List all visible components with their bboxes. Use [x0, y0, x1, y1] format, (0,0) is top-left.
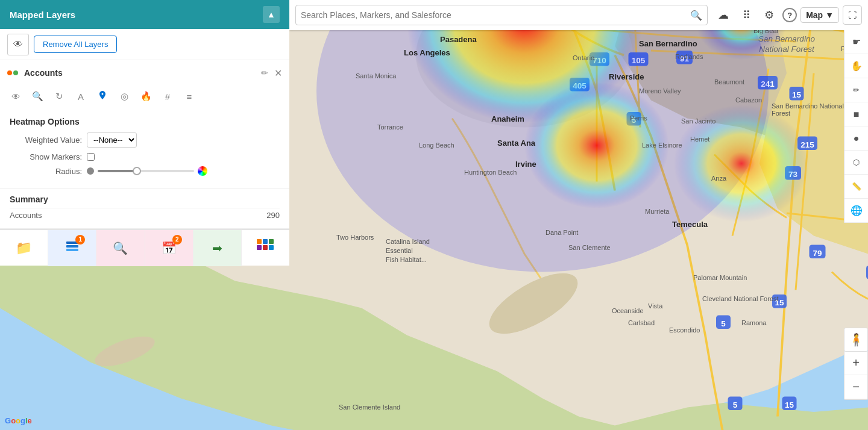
settings-icon[interactable]: ⚙: [760, 5, 779, 25]
map-selector-label: Map: [806, 10, 823, 20]
search-bottom-icon: 🔍: [113, 241, 128, 255]
svg-point-65: [674, 105, 810, 222]
viz-hash-icon[interactable]: #: [159, 88, 176, 105]
viz-list-icon[interactable]: ≡: [181, 88, 198, 105]
hide-layers-button[interactable]: 👁: [7, 34, 29, 55]
radius-row: Radius:: [10, 166, 280, 176]
circle-tool[interactable]: ●: [844, 126, 869, 151]
top-bar: 🔍 ☁ ⠿ ⚙ ? Map ▼ ⛶: [289, 0, 868, 30]
google-logo: Google: [5, 416, 32, 425]
draw-tool[interactable]: ✏: [844, 78, 869, 102]
accounts-layer-icon: [7, 66, 20, 79]
summary-accounts-value: 290: [266, 211, 280, 220]
weighted-value-row: Weighted Value: --None--: [10, 132, 280, 148]
viz-target-icon[interactable]: ◎: [116, 88, 133, 105]
summary-accounts-label: Accounts: [10, 211, 42, 220]
close-layer-button[interactable]: ✕: [274, 67, 282, 79]
pegman-icon[interactable]: 🧍: [844, 328, 868, 352]
zoom-in-button[interactable]: +: [844, 351, 868, 375]
viz-pin-icon[interactable]: [94, 88, 111, 105]
cursor-tool[interactable]: ☛: [844, 30, 869, 54]
summary-title: Summary: [10, 195, 280, 204]
layer-name: Accounts: [24, 68, 257, 78]
summary-row: Accounts 290: [10, 208, 280, 222]
left-panel: Mapped Layers ▲ 👁 Remove All Layers Acco…: [0, 0, 289, 266]
viz-search-icon[interactable]: 🔍: [29, 88, 46, 105]
search-container: 🔍: [295, 5, 708, 25]
radius-slider-container: [87, 166, 207, 176]
heatmap-options-title: Heatmap Options: [10, 117, 280, 126]
layer-viz-icons: 👁 🔍 ↻ A ◎ 🔥 # ≡: [0, 86, 289, 110]
dots-icon[interactable]: ⠿: [737, 5, 756, 25]
zoom-out-button[interactable]: −: [844, 375, 868, 399]
folder-tool[interactable]: 📁: [0, 230, 48, 266]
svg-point-64: [524, 83, 669, 209]
edit-layer-button[interactable]: ✏: [261, 68, 268, 78]
mapped-layers-header: Mapped Layers ▲: [0, 0, 289, 29]
viz-refresh-icon[interactable]: ↻: [51, 88, 68, 105]
layer-controls-bar: 👁 Remove All Layers: [0, 29, 289, 60]
radius-slider[interactable]: [98, 170, 194, 172]
hand-tool[interactable]: ✋: [844, 54, 869, 78]
remove-all-layers-button[interactable]: Remove All Layers: [34, 36, 117, 53]
viz-text-icon[interactable]: A: [72, 88, 89, 105]
svg-rect-76: [263, 245, 268, 250]
svg-text:79: 79: [813, 249, 822, 258]
svg-rect-77: [269, 245, 274, 250]
svg-text:15: 15: [775, 298, 784, 307]
svg-rect-72: [257, 239, 262, 244]
svg-text:15: 15: [785, 400, 794, 410]
right-toolbar: ☛ ✋ ✏ ■ ● ⬡ 📏 🌐: [844, 30, 868, 223]
eye-icon: 👁: [13, 39, 23, 50]
measure-tool[interactable]: 📏: [844, 175, 869, 199]
show-markers-checkbox[interactable]: [87, 153, 95, 161]
route-tool[interactable]: ➡: [193, 230, 242, 266]
fullscreen-button[interactable]: ⛶: [843, 5, 862, 25]
bottom-toolbar: 📁 1 🔍 📅 2 ➡: [0, 229, 289, 266]
svg-rect-73: [263, 239, 268, 244]
svg-rect-74: [269, 239, 274, 244]
calendar-badge: 2: [172, 235, 182, 245]
collapse-button[interactable]: ▲: [263, 6, 280, 23]
radius-label: Radius:: [10, 167, 82, 176]
svg-text:5: 5: [733, 400, 738, 410]
search-icon[interactable]: 🔍: [690, 10, 702, 21]
zoom-controls: + −: [844, 351, 868, 400]
viz-eye-icon[interactable]: 👁: [7, 88, 24, 105]
summary-section: Summary Accounts 290: [0, 189, 289, 229]
svg-text:5: 5: [721, 319, 726, 328]
shape-tool[interactable]: ■: [844, 102, 869, 126]
mapped-layers-title: Mapped Layers: [10, 10, 75, 20]
viz-fire-icon[interactable]: 🔥: [137, 88, 154, 105]
map-selector-chevron: ▼: [825, 10, 834, 20]
show-markers-row: Show Markers:: [10, 152, 280, 161]
folder-icon: 📁: [16, 240, 32, 256]
weighted-value-select[interactable]: --None--: [87, 132, 137, 148]
globe-tool[interactable]: 🌐: [844, 199, 869, 223]
cloud-icon[interactable]: ☁: [714, 5, 733, 25]
help-icon[interactable]: ?: [782, 8, 797, 22]
polygon-tool[interactable]: ⬡: [844, 151, 869, 175]
layer-item: Accounts ✏ ✕ 👁 🔍 ↻ A ◎ 🔥 # ≡ Heatmap Opt…: [0, 60, 289, 229]
layers-tool[interactable]: 1: [48, 230, 96, 266]
map-selector[interactable]: Map ▼: [800, 7, 839, 23]
layer-item-header: Accounts ✏ ✕: [0, 60, 289, 86]
svg-rect-70: [66, 245, 78, 248]
radius-min-indicator: [87, 167, 94, 175]
radius-max-indicator: [198, 166, 207, 176]
menu-tool[interactable]: [242, 230, 289, 266]
search-tool[interactable]: 🔍: [96, 230, 145, 266]
heatmap-options-section: Heatmap Options Weighted Value: --None--…: [0, 110, 289, 189]
route-icon: ➡: [212, 241, 222, 255]
svg-text:15: 15: [792, 90, 802, 99]
layers-badge: 1: [75, 235, 85, 245]
search-input[interactable]: [301, 10, 690, 20]
calendar-tool[interactable]: 📅 2: [145, 230, 193, 266]
menu-icon: [257, 239, 274, 257]
top-bar-icons: ☁ ⠿ ⚙ ?: [714, 5, 797, 25]
svg-rect-75: [257, 245, 262, 250]
show-markers-label: Show Markers:: [10, 152, 82, 161]
weighted-value-label: Weighted Value:: [10, 136, 82, 145]
svg-rect-71: [66, 249, 78, 251]
